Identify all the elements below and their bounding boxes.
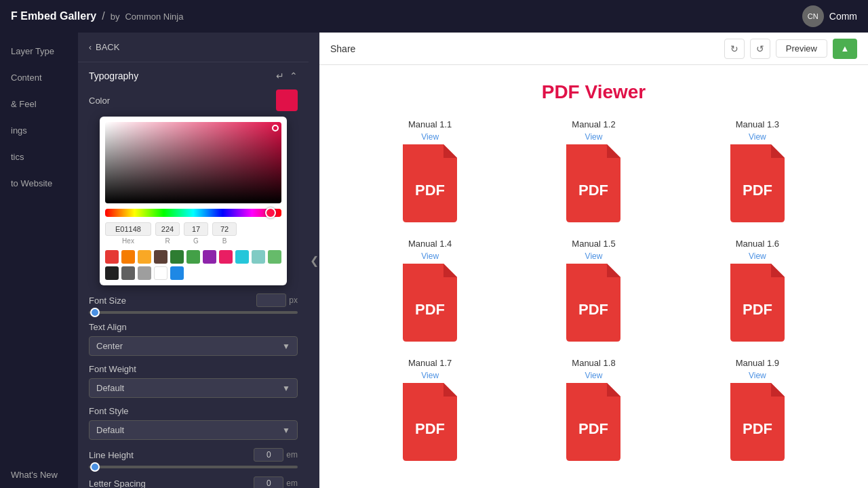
swatch-teal[interactable]	[252, 250, 265, 264]
font-weight-arrow-icon: ▼	[282, 384, 290, 393]
font-size-label: Font Size	[89, 296, 126, 306]
r-input-group: R	[155, 222, 180, 245]
panel-collapse-handle[interactable]: ❮	[309, 33, 319, 488]
settings-panel: ‹ BACK Typography ↵ ⌃ Color	[78, 33, 309, 488]
letter-spacing-label: Letter Spacing	[89, 479, 146, 489]
svg-text:PDF: PDF	[578, 301, 608, 318]
letter-spacing-value-group: em	[254, 476, 298, 488]
font-weight-value: Default	[96, 383, 124, 393]
preview-button[interactable]: Preview	[776, 39, 827, 58]
font-weight-select[interactable]: Default ▼	[89, 378, 298, 398]
collapse-icon[interactable]: ⌃	[290, 70, 298, 81]
pdf-item-view-link[interactable]: View	[749, 132, 766, 142]
pdf-item-view-link[interactable]: View	[749, 371, 766, 380]
hue-bar[interactable]	[105, 209, 281, 217]
line-height-thumb[interactable]	[90, 462, 100, 472]
toolbar: Share ↻ ↺ Preview ▲	[319, 33, 868, 65]
hue-indicator[interactable]	[265, 207, 276, 218]
svg-text:PDF: PDF	[578, 420, 608, 437]
font-size-unit: px	[289, 296, 298, 305]
swatch-darkgreen[interactable]	[170, 250, 184, 264]
pdf-item-view-link[interactable]: View	[421, 371, 439, 380]
line-height-slider[interactable]	[89, 466, 298, 468]
swatch-green[interactable]	[186, 250, 200, 264]
g-input[interactable]	[184, 222, 208, 236]
pdf-item-title: Manual 1.1	[408, 119, 452, 129]
pdf-item: Manual 1.5 View PDF	[520, 239, 667, 342]
font-style-arrow-icon: ▼	[282, 426, 290, 435]
sidebar-item-layer-type[interactable]: Layer Type	[0, 38, 78, 64]
sidebar-item-to-website[interactable]: to Website	[0, 170, 78, 197]
pdf-icon: PDF	[396, 144, 464, 222]
sidebar-item-look-feel[interactable]: & Feel	[0, 91, 78, 117]
swatch-pink[interactable]	[219, 250, 233, 264]
swatch-blue[interactable]	[170, 266, 184, 280]
b-input[interactable]	[212, 222, 237, 236]
font-size-slider[interactable]	[89, 311, 298, 314]
pdf-icon: PDF	[559, 264, 627, 342]
text-align-select[interactable]: Center ▼	[89, 336, 298, 356]
reset-icon[interactable]: ↵	[276, 70, 284, 81]
font-size-row: Font Size px	[89, 293, 298, 314]
pdf-icon: PDF	[396, 383, 464, 461]
swatch-yellow[interactable]	[138, 250, 151, 264]
r-label: R	[165, 237, 170, 245]
publish-button[interactable]: ▲	[833, 39, 857, 59]
line-height-label: Line Height	[89, 450, 134, 460]
r-input[interactable]	[155, 222, 180, 236]
letter-spacing-input[interactable]	[254, 476, 283, 488]
swatch-lightgreen[interactable]	[268, 250, 281, 264]
pdf-item: Manual 1.2 View PDF	[520, 119, 667, 222]
back-button[interactable]: ‹ BACK	[78, 33, 309, 62]
pdf-item: Manual 1.9 View PDF	[684, 358, 831, 461]
hex-input[interactable]	[105, 222, 151, 236]
header-left: F Embed Gallery / by Common Ninja	[11, 10, 183, 22]
font-size-header: Font Size px	[89, 293, 298, 307]
letter-spacing-header: Letter Spacing em	[89, 476, 298, 488]
swatch-darkgray[interactable]	[121, 266, 135, 280]
swatch-black[interactable]	[105, 266, 119, 280]
pdf-item-view-link[interactable]: View	[421, 132, 439, 142]
color-gradient[interactable]	[105, 122, 281, 203]
header-separator: /	[102, 10, 104, 22]
back-arrow-icon: ‹	[89, 43, 92, 52]
share-label[interactable]: Share	[330, 43, 355, 54]
line-height-input[interactable]	[254, 448, 283, 462]
font-style-select[interactable]: Default ▼	[89, 420, 298, 440]
font-style-value: Default	[96, 425, 124, 435]
pdf-item-view-link[interactable]: View	[585, 371, 603, 380]
swatch-gray[interactable]	[138, 266, 151, 280]
swatch-orange[interactable]	[121, 250, 135, 264]
text-align-row: Text Align Center ▼	[89, 322, 298, 356]
pdf-item-view-link[interactable]: View	[421, 251, 439, 261]
swatch-white[interactable]	[154, 266, 167, 280]
font-weight-row: Font Weight Default ▼	[89, 364, 298, 398]
sidebar-item-analytics[interactable]: tics	[0, 144, 78, 170]
back-label: BACK	[96, 42, 119, 52]
letter-spacing-row: Letter Spacing em	[89, 476, 298, 488]
color-swatch[interactable]	[276, 89, 298, 111]
sidebar-item-settings[interactable]: ings	[0, 117, 78, 144]
swatch-brown[interactable]	[154, 250, 167, 264]
line-height-row: Line Height em	[89, 448, 298, 468]
redo-button[interactable]: ↺	[750, 39, 770, 59]
pdf-icon: PDF	[396, 264, 464, 342]
pdf-icon: PDF	[724, 144, 791, 222]
font-size-input[interactable]	[256, 293, 286, 307]
sidebar-item-content[interactable]: Content	[0, 64, 78, 91]
pdf-item: Manual 1.7 View PDF	[357, 358, 504, 461]
undo-button[interactable]: ↻	[724, 39, 745, 59]
hex-input-group: Hex	[105, 222, 151, 245]
hex-label: Hex	[122, 237, 134, 245]
swatch-cyan[interactable]	[235, 250, 249, 264]
pdf-item-view-link[interactable]: View	[585, 251, 603, 261]
pdf-item-view-link[interactable]: View	[585, 132, 603, 142]
sidebar-item-whats-new[interactable]: What's New	[0, 462, 78, 488]
line-height-unit: em	[286, 450, 298, 460]
swatch-purple[interactable]	[203, 250, 216, 264]
pdf-item-view-link[interactable]: View	[749, 251, 766, 261]
font-size-thumb[interactable]	[90, 308, 100, 317]
color-picker-dot[interactable]	[272, 125, 279, 131]
swatch-red[interactable]	[105, 250, 119, 264]
content-area: Share ↻ ↺ Preview ▲ PDF Viewer Manual 1.…	[319, 33, 868, 488]
